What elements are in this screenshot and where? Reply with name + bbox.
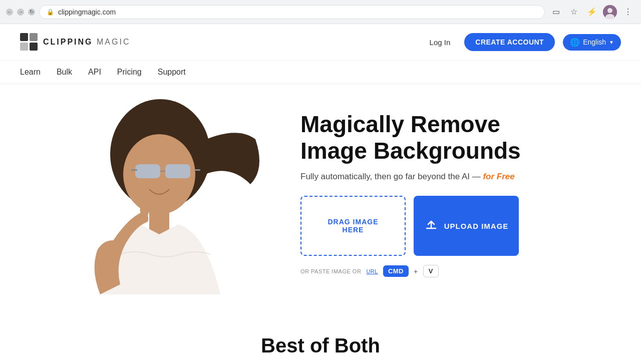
drag-zone-text: DRAG IMAGEHERE: [328, 218, 379, 234]
address-bar[interactable]: 🔒 clippingmagic.com: [39, 5, 545, 19]
svg-rect-9: [131, 169, 137, 171]
hero-subtitle: Fully automatically, then go far beyond …: [300, 172, 621, 182]
create-account-button[interactable]: CREATE ACCOUNT: [464, 33, 555, 51]
browser-actions: ▭ ☆ ⚡ ⋮: [549, 5, 635, 19]
nav-api[interactable]: API: [88, 68, 101, 77]
nav-bulk[interactable]: Bulk: [57, 68, 72, 77]
forward-button[interactable]: →: [17, 9, 24, 16]
best-of-both-section: Best of Both: [0, 314, 641, 364]
svg-rect-6: [135, 164, 160, 178]
upload-button-label: UPLOAD IMAGE: [444, 222, 509, 230]
svg-rect-10: [194, 169, 200, 171]
upload-area: DRAG IMAGEHERE UPLOAD IMAGE: [300, 196, 621, 256]
url-text: clippingmagic.com: [58, 8, 116, 16]
header-right: Log In CREATE ACCOUNT 🌐 English ▼: [424, 33, 621, 51]
chevron-down-icon: ▼: [609, 40, 614, 45]
screen-cast-button[interactable]: ▭: [549, 5, 563, 19]
nav-support[interactable]: Support: [158, 68, 186, 77]
best-of-both-title: Best of Both: [20, 334, 621, 357]
login-button[interactable]: Log In: [424, 34, 457, 51]
v-key: V: [423, 265, 439, 277]
back-button[interactable]: ←: [6, 9, 13, 16]
lock-icon: 🔒: [47, 9, 54, 16]
profile-button[interactable]: [603, 5, 617, 19]
paste-text: OR PASTE IMAGE OR: [300, 268, 361, 274]
language-selector[interactable]: 🌐 English ▼: [563, 34, 621, 51]
globe-icon: 🌐: [570, 38, 580, 47]
cmd-key: CMD: [383, 265, 409, 277]
upload-icon: [424, 217, 438, 234]
reload-button[interactable]: ↻: [28, 9, 35, 16]
upload-image-button[interactable]: UPLOAD IMAGE: [414, 196, 519, 256]
extensions-button[interactable]: ⚡: [585, 5, 599, 19]
nav-pricing[interactable]: Pricing: [117, 68, 142, 77]
hero-title: Magically RemoveImage Backgrounds: [300, 111, 621, 164]
browser-chrome: ← → ↻ 🔒 clippingmagic.com ▭ ☆ ⚡ ⋮: [0, 0, 641, 24]
logo-text: CLIPPING MAGIC: [43, 38, 130, 47]
plus-sign: +: [414, 267, 418, 275]
hero-section: Magically RemoveImage Backgrounds Fully …: [0, 84, 641, 314]
drag-drop-zone[interactable]: DRAG IMAGEHERE: [300, 196, 406, 256]
nav-learn[interactable]: Learn: [20, 68, 41, 77]
logo-link[interactable]: CLIPPING MAGIC: [20, 33, 130, 51]
svg-point-1: [607, 8, 612, 13]
bookmark-button[interactable]: ☆: [567, 5, 581, 19]
site-header: CLIPPING MAGIC Log In CREATE ACCOUNT 🌐 E…: [0, 24, 641, 61]
svg-rect-7: [165, 164, 190, 178]
paste-row: OR PASTE IMAGE OR URL CMD + V: [300, 265, 621, 277]
menu-button[interactable]: ⋮: [621, 5, 635, 19]
free-text: for Free: [483, 172, 514, 181]
hero-content: Magically RemoveImage Backgrounds Fully …: [280, 111, 621, 278]
svg-rect-11: [149, 209, 169, 234]
url-link[interactable]: URL: [366, 268, 378, 274]
language-label: English: [583, 38, 606, 46]
hero-image: [20, 94, 280, 294]
logo-icon: [20, 33, 38, 51]
site-nav: Learn Bulk API Pricing Support: [0, 61, 641, 84]
